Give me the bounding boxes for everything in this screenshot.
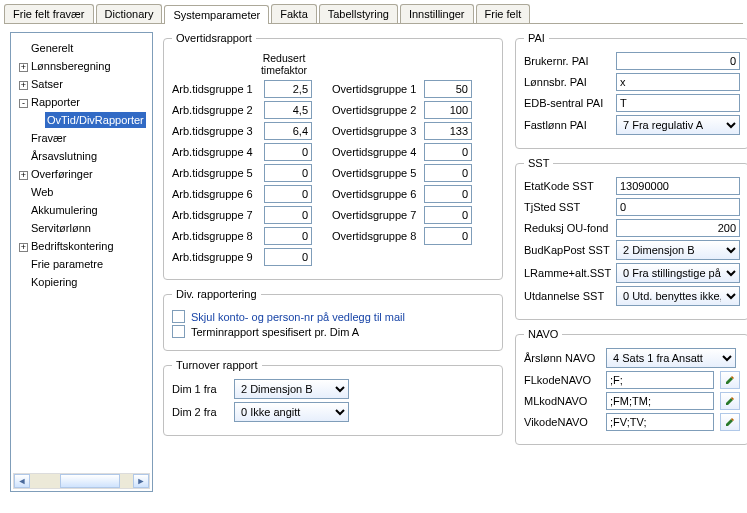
mlkod-navo-input[interactable] — [606, 392, 714, 410]
tree-item-web[interactable]: Web — [15, 183, 148, 201]
tab-innstillinger[interactable]: Innstillinger — [400, 4, 474, 23]
tab-frie-felt-frav-r[interactable]: Frie felt fravær — [4, 4, 94, 23]
pai-legend: PAI — [524, 32, 549, 44]
overtidsgruppe-5-input[interactable] — [424, 164, 472, 182]
dim2-select[interactable]: 0 Ikke angitt — [234, 402, 349, 422]
overtidsrapport-group: Overtidsrapport Redusert timefaktor Arb.… — [163, 32, 503, 280]
arb-tidsgruppe-1-input[interactable] — [264, 80, 312, 98]
overtidsgruppe-7-input[interactable] — [424, 206, 472, 224]
reduksj-ou-fond-label: Reduksj OU-fond — [524, 222, 610, 234]
tree-expander-icon[interactable]: + — [19, 81, 28, 90]
fastlonn-pai-label: Fastlønn PAI — [524, 119, 610, 131]
tree-item-label: Akkumulering — [31, 204, 98, 216]
arb-tidsgruppe-8-input[interactable] — [264, 227, 312, 245]
flkode-navo-input[interactable] — [606, 371, 714, 389]
tab-dictionary[interactable]: Dictionary — [96, 4, 163, 23]
arb-tidsgruppe-3-input[interactable] — [264, 122, 312, 140]
tree-expander-icon[interactable]: - — [19, 99, 28, 108]
arb-tidsgruppe-4-label: Arb.tidsgruppe 4 — [172, 146, 258, 158]
dim2-label: Dim 2 fra — [172, 406, 228, 418]
vikode-edit-button[interactable] — [720, 413, 740, 431]
tree-item-servit-rl-nn[interactable]: Servitørlønn — [15, 219, 148, 237]
lramme-alt-sst-select[interactable]: 0 Fra stillingstige på Lo — [616, 263, 740, 283]
tree-item-kopiering[interactable]: Kopiering — [15, 273, 148, 291]
overtidsgruppe-6-label: Overtidsgruppe 6 — [332, 188, 418, 200]
scroll-left-button[interactable]: ◄ — [14, 474, 30, 488]
skjul-konto-label[interactable]: Skjul konto- og person-nr på vedlegg til… — [191, 311, 405, 323]
edb-sentral-pai-label: EDB-sentral PAI — [524, 97, 610, 109]
arb-tidsgruppe-9-label: Arb.tidsgruppe 9 — [172, 251, 258, 263]
navo-legend: NAVO — [524, 328, 562, 340]
overtidsrapport-legend: Overtidsrapport — [172, 32, 256, 44]
overtidsgruppe-3-input[interactable] — [424, 122, 472, 140]
arb-tidsgruppe-4-input[interactable] — [264, 143, 312, 161]
budkappost-sst-select[interactable]: 2 Dimensjon B — [616, 240, 740, 260]
overtidsgruppe-1-input[interactable] — [424, 80, 472, 98]
etatkode-sst-label: EtatKode SST — [524, 180, 610, 192]
tree-item-label: Overføringer — [31, 168, 93, 180]
tab-tabellstyring[interactable]: Tabellstyring — [319, 4, 398, 23]
overtidsgruppe-4-input[interactable] — [424, 143, 472, 161]
utdannelse-sst-label: Utdannelse SST — [524, 290, 610, 302]
tree-item-satser[interactable]: +Satser — [15, 75, 148, 93]
arb-tidsgruppe-7-label: Arb.tidsgruppe 7 — [172, 209, 258, 221]
tree-scrollbar[interactable]: ◄ ► — [13, 473, 150, 489]
arb-tidsgruppe-6-input[interactable] — [264, 185, 312, 203]
tree-item-label: Fravær — [31, 132, 66, 144]
overtidsgruppe-6-input[interactable] — [424, 185, 472, 203]
tab-systemparameter[interactable]: Systemparameter — [164, 5, 269, 24]
vikode-navo-input[interactable] — [606, 413, 714, 431]
flkode-navo-label: FLkodeNAVO — [524, 374, 600, 386]
tree-item-ovtid-divrapporter[interactable]: OvTid/DivRapporter — [15, 111, 148, 129]
tree-item-label: Bedriftskontering — [31, 240, 114, 252]
tree-item-frie-parametre[interactable]: Frie parametre — [15, 255, 148, 273]
tree-expander-icon[interactable]: + — [19, 243, 28, 252]
tab-frie-felt[interactable]: Frie felt — [476, 4, 531, 23]
arb-tidsgruppe-3-label: Arb.tidsgruppe 3 — [172, 125, 258, 137]
edb-sentral-pai-input[interactable] — [616, 94, 740, 112]
mlkod-edit-button[interactable] — [720, 392, 740, 410]
tab-fakta[interactable]: Fakta — [271, 4, 317, 23]
div-rapportering-legend: Div. rapportering — [172, 288, 261, 300]
tree-item-rapporter[interactable]: -Rapporter — [15, 93, 148, 111]
scroll-right-button[interactable]: ► — [133, 474, 149, 488]
reduksj-ou-fond-input[interactable] — [616, 219, 740, 237]
skjul-konto-checkbox[interactable] — [172, 310, 185, 323]
utdannelse-sst-select[interactable]: 0 Utd. benyttes ikke, U — [616, 286, 740, 306]
tree-item-label: Servitørlønn — [31, 222, 91, 234]
terminrapport-label: Terminrapport spesifisert pr. Dim A — [191, 326, 359, 338]
brukernr-pai-label: Brukernr. PAI — [524, 55, 610, 67]
overtidsgruppe-4-label: Overtidsgruppe 4 — [332, 146, 418, 158]
overtidsgruppe-8-input[interactable] — [424, 227, 472, 245]
tree-item-bedriftskontering[interactable]: +Bedriftskontering — [15, 237, 148, 255]
scroll-thumb[interactable] — [60, 474, 120, 488]
dim1-select[interactable]: 2 Dimensjon B — [234, 379, 349, 399]
tree-item-l-nnsberegning[interactable]: +Lønnsberegning — [15, 57, 148, 75]
etatkode-sst-input[interactable] — [616, 177, 740, 195]
tree-item-akkumulering[interactable]: Akkumulering — [15, 201, 148, 219]
overtidsgruppe-2-input[interactable] — [424, 101, 472, 119]
tree-item--rsavslutning[interactable]: Årsavslutning — [15, 147, 148, 165]
lonnsbr-pai-input[interactable] — [616, 73, 740, 91]
tjsted-sst-input[interactable] — [616, 198, 740, 216]
tree-item-overf-ringer[interactable]: +Overføringer — [15, 165, 148, 183]
arb-tidsgruppe-2-input[interactable] — [264, 101, 312, 119]
flkode-edit-button[interactable] — [720, 371, 740, 389]
terminrapport-checkbox[interactable] — [172, 325, 185, 338]
arb-tidsgruppe-1-label: Arb.tidsgruppe 1 — [172, 83, 258, 95]
tree-item-frav-r[interactable]: Fravær — [15, 129, 148, 147]
tree-item-label: Kopiering — [31, 276, 77, 288]
arb-tidsgruppe-7-input[interactable] — [264, 206, 312, 224]
tree-item-generelt[interactable]: Generelt — [15, 39, 148, 57]
brukernr-pai-input[interactable] — [616, 52, 740, 70]
tree-expander-icon[interactable]: + — [19, 63, 28, 72]
tree-expander-icon[interactable]: + — [19, 171, 28, 180]
tree-item-label: Satser — [31, 78, 63, 90]
tree-item-label: Lønnsberegning — [31, 60, 111, 72]
arslonn-navo-label: Årslønn NAVO — [524, 352, 600, 364]
pai-group: PAI Brukernr. PAI Lønnsbr. PAI EDB-sentr… — [515, 32, 747, 149]
fastlonn-pai-select[interactable]: 7 Fra regulativ A — [616, 115, 740, 135]
arb-tidsgruppe-9-input[interactable] — [264, 248, 312, 266]
arslonn-navo-select[interactable]: 4 Sats 1 fra Ansatt — [606, 348, 736, 368]
arb-tidsgruppe-5-input[interactable] — [264, 164, 312, 182]
